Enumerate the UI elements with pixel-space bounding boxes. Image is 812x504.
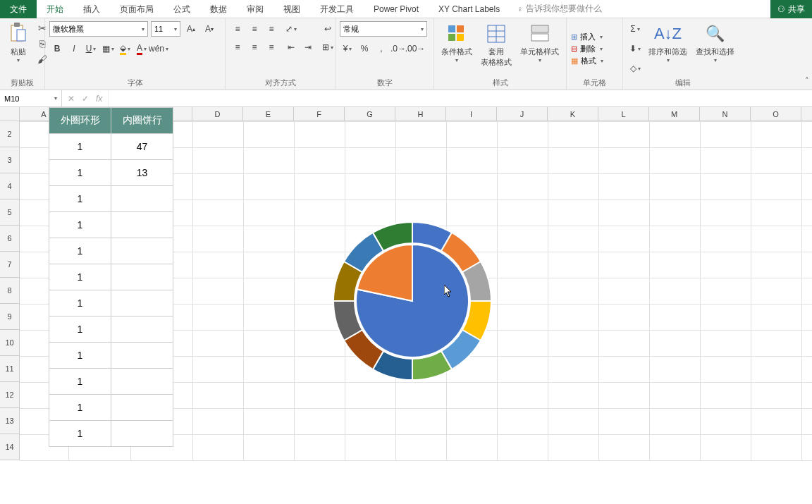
donut-pie-chart[interactable] (331, 220, 493, 382)
increase-indent-button[interactable]: ⇥ (300, 39, 316, 55)
format-cells-button[interactable]: ▦格式▾ (571, 56, 618, 66)
row-header[interactable]: 6 (0, 226, 19, 252)
clear-button[interactable]: ◇▾ (627, 61, 643, 76)
comma-button[interactable]: , (374, 41, 389, 56)
autosum-button[interactable]: Σ▾ (627, 21, 643, 37)
column-header[interactable]: E (243, 107, 294, 121)
table-cell[interactable] (111, 316, 173, 343)
table-cell[interactable]: 1 (49, 160, 111, 186)
table-cell[interactable] (111, 421, 173, 447)
formula-input[interactable] (109, 90, 812, 106)
name-box[interactable]: M10▾ (0, 90, 62, 106)
ribbon-collapse-button[interactable]: ˄ (805, 76, 809, 85)
find-select-button[interactable]: 🔍 查找和选择 ▾ (693, 21, 737, 65)
sort-filter-button[interactable]: A↓Z 排序和筛选 ▾ (646, 21, 690, 65)
table-cell[interactable]: 1 (49, 212, 111, 238)
menu-data[interactable]: 数据 (200, 0, 237, 18)
table-cell[interactable]: 1 (49, 421, 111, 447)
wrap-text-button[interactable]: ↩ (320, 21, 336, 37)
column-header[interactable]: D (192, 107, 243, 121)
menu-developer[interactable]: 开发工具 (310, 0, 364, 18)
cell-styles-button[interactable]: 单元格样式 ▾ (517, 21, 562, 65)
border-button[interactable]: ▦▾ (100, 41, 116, 56)
cancel-formula-icon[interactable]: ✕ (68, 94, 75, 104)
paste-button[interactable]: 粘贴 ▾ (4, 21, 32, 65)
row-header[interactable]: 13 (0, 408, 19, 434)
italic-button[interactable]: I (66, 41, 82, 56)
bold-button[interactable]: B (49, 41, 65, 56)
column-header[interactable]: I (446, 107, 497, 121)
menu-formulas[interactable]: 公式 (164, 0, 200, 18)
align-top-button[interactable]: ≡ (230, 21, 245, 37)
row-header[interactable]: 4 (0, 173, 19, 199)
table-header-cell[interactable]: 内圈饼行 (111, 108, 173, 134)
accept-formula-icon[interactable]: ✓ (82, 94, 89, 104)
fx-icon[interactable]: fx (96, 94, 102, 104)
menu-review[interactable]: 审阅 (237, 0, 273, 18)
row-header[interactable]: 8 (0, 278, 19, 304)
font-size-select[interactable]: 11▾ (151, 21, 180, 37)
table-cell[interactable]: 1 (49, 395, 111, 421)
fill-color-button[interactable]: ⬙▾ (117, 41, 133, 56)
column-header[interactable]: L (598, 107, 649, 121)
insert-cells-button[interactable]: ⊞插入▾ (571, 32, 618, 42)
table-cell[interactable]: 1 (49, 186, 111, 212)
table-cell[interactable]: 1 (49, 369, 111, 395)
table-cell[interactable] (111, 369, 173, 395)
align-left-button[interactable]: ≡ (230, 39, 245, 55)
decrease-font-button[interactable]: A▾ (202, 21, 217, 37)
conditional-format-button[interactable]: 条件格式 ▾ (438, 21, 475, 65)
table-cell[interactable]: 1 (49, 264, 111, 290)
table-cell[interactable] (111, 264, 173, 290)
orientation-button[interactable]: ⤢▾ (283, 21, 299, 37)
decrease-indent-button[interactable]: ⇤ (283, 39, 299, 55)
table-cell[interactable] (111, 343, 173, 369)
increase-decimal-button[interactable]: .0→ (390, 41, 406, 56)
column-header[interactable]: K (548, 107, 598, 121)
table-cell[interactable]: 1 (49, 134, 111, 160)
column-header[interactable]: G (345, 107, 395, 121)
table-cell[interactable]: 1 (49, 238, 111, 264)
font-name-select[interactable]: 微软雅黑▾ (49, 21, 148, 37)
column-header[interactable]: O (751, 107, 801, 121)
menu-xy-chart[interactable]: XY Chart Labels (429, 0, 510, 18)
table-cell[interactable]: 1 (49, 343, 111, 369)
table-cell[interactable] (111, 186, 173, 212)
menu-view[interactable]: 视图 (273, 0, 310, 18)
row-header[interactable]: 5 (0, 199, 19, 226)
row-header[interactable]: 2 (0, 121, 19, 147)
row-header[interactable]: 3 (0, 147, 19, 173)
font-color-button[interactable]: A▾ (134, 41, 149, 56)
table-cell[interactable]: 13 (111, 160, 173, 186)
menu-insert[interactable]: 插入 (73, 0, 110, 18)
delete-cells-button[interactable]: ⊟删除▾ (571, 44, 618, 54)
column-header[interactable]: H (395, 107, 446, 121)
menu-file[interactable]: 文件 (0, 0, 37, 18)
menu-home[interactable]: 开始 (37, 0, 73, 18)
table-cell[interactable] (111, 238, 173, 264)
row-header[interactable]: 12 (0, 382, 19, 408)
column-header[interactable]: J (497, 107, 548, 121)
underline-button[interactable]: U▾ (83, 41, 99, 56)
align-bottom-button[interactable]: ≡ (264, 21, 279, 37)
share-button[interactable]: ⚇ 共享 (770, 0, 812, 18)
percent-button[interactable]: % (357, 41, 372, 56)
select-all-corner[interactable] (0, 107, 20, 121)
table-cell[interactable] (111, 212, 173, 238)
decrease-decimal-button[interactable]: .00→ (407, 41, 423, 56)
align-center-button[interactable]: ≡ (247, 39, 262, 55)
table-cell[interactable]: 1 (49, 316, 111, 343)
currency-button[interactable]: ¥▾ (340, 41, 355, 56)
row-header[interactable]: 14 (0, 434, 19, 460)
number-format-select[interactable]: 常规▾ (340, 21, 427, 37)
phonetic-button[interactable]: wén▾ (151, 41, 166, 56)
table-cell[interactable]: 1 (49, 290, 111, 316)
format-as-table-button[interactable]: 套用 表格格式 (478, 21, 515, 69)
table-cell[interactable] (111, 395, 173, 421)
table-cell[interactable] (111, 290, 173, 316)
table-cell[interactable]: 47 (111, 134, 173, 160)
table-header-cell[interactable]: 外圈环形 (49, 108, 111, 134)
align-right-button[interactable]: ≡ (264, 39, 279, 55)
menu-page-layout[interactable]: 页面布局 (110, 0, 164, 18)
row-header[interactable]: 7 (0, 252, 19, 278)
